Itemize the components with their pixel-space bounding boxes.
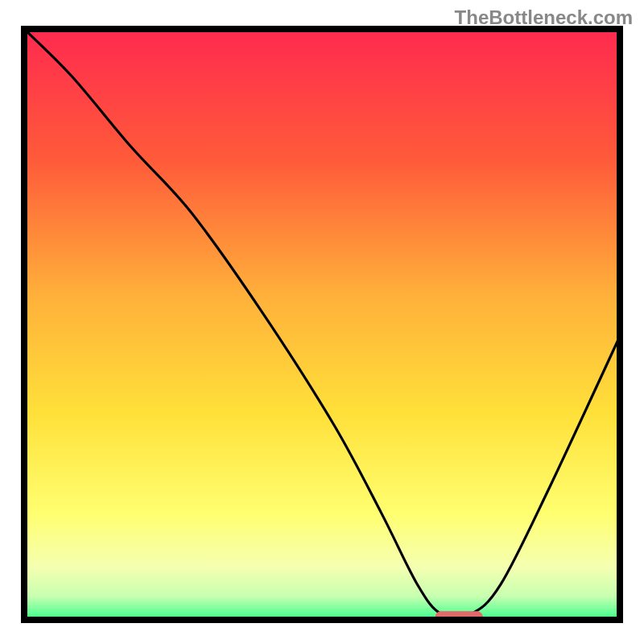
- chart-svg: [0, 0, 644, 644]
- bottleneck-chart: TheBottleneck.com: [0, 0, 644, 644]
- gradient-background: [24, 29, 620, 620]
- watermark-text: TheBottleneck.com: [455, 6, 633, 29]
